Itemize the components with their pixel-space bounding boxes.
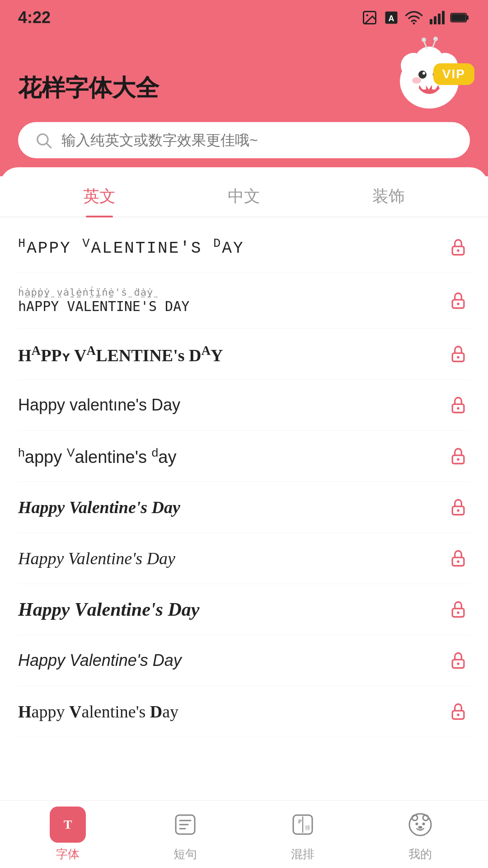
font-text: Happy valentıne's Day bbox=[18, 396, 446, 415]
nav-item-phrase[interactable]: 短句 bbox=[127, 807, 244, 862]
lock-icon[interactable] bbox=[446, 342, 470, 366]
svg-point-41 bbox=[457, 509, 460, 512]
svg-rect-6 bbox=[434, 16, 436, 24]
font-nav-icon: T bbox=[50, 807, 86, 843]
svg-point-31 bbox=[457, 250, 460, 252]
wifi-icon bbox=[405, 10, 423, 25]
font-text: HAPPY VALENTINE'S DAY bbox=[18, 237, 446, 258]
nav-label-mine: 我的 bbox=[408, 846, 432, 862]
svg-point-20 bbox=[418, 71, 427, 79]
list-item[interactable]: Happy Valentine's Day bbox=[18, 482, 470, 533]
bottom-nav: T 字体 短句 P 排 混排 bbox=[0, 800, 488, 868]
svg-rect-26 bbox=[422, 85, 426, 90]
svg-point-37 bbox=[457, 407, 460, 410]
vip-badge[interactable]: VIP bbox=[433, 63, 474, 85]
svg-rect-7 bbox=[438, 14, 441, 24]
phrase-nav-icon bbox=[167, 807, 203, 843]
nav-item-mine[interactable]: 我的 bbox=[361, 807, 479, 862]
font-icon: A bbox=[383, 9, 399, 26]
svg-point-49 bbox=[457, 714, 460, 717]
svg-point-22 bbox=[422, 72, 425, 75]
font-text: Happy Valentine's Day bbox=[18, 548, 446, 568]
svg-rect-8 bbox=[442, 11, 445, 24]
svg-point-45 bbox=[457, 612, 460, 614]
svg-line-29 bbox=[47, 144, 51, 148]
list-item[interactable]: Happy Valentine's Day bbox=[18, 533, 470, 584]
tabs: 英文 中文 装饰 bbox=[0, 167, 488, 217]
lock-icon[interactable] bbox=[446, 444, 470, 468]
svg-point-1 bbox=[366, 14, 369, 17]
search-icon bbox=[34, 131, 52, 149]
list-item[interactable]: HAPPY VALENTINE'S DAY bbox=[18, 222, 470, 273]
lock-icon[interactable] bbox=[446, 495, 470, 519]
svg-rect-27 bbox=[432, 85, 436, 90]
mixed-nav-icon: P 排 bbox=[285, 807, 321, 843]
search-bar[interactable] bbox=[18, 122, 470, 158]
lock-icon[interactable] bbox=[446, 393, 470, 417]
lock-icon[interactable] bbox=[446, 236, 470, 259]
battery-icon bbox=[450, 11, 470, 24]
nav-label-mixed: 混排 bbox=[291, 846, 314, 862]
nav-label-phrase: 短句 bbox=[174, 846, 197, 862]
svg-point-24 bbox=[412, 77, 421, 84]
font-text: Happy Valentine's Day bbox=[18, 497, 446, 517]
svg-point-33 bbox=[457, 303, 460, 306]
svg-rect-5 bbox=[430, 19, 432, 24]
font-text: ḣ̤ȧ̤ṗ̤ṗ̤ẏ̤ v̤ȧ̤ḷ̤ė̤ṅ̤ṫ̤ḯ̤ṅ̤ė̤'ṡ̤ ḋ̤ȧ̤ẏ̤ … bbox=[18, 287, 446, 315]
svg-point-64 bbox=[422, 823, 425, 826]
lock-icon[interactable] bbox=[446, 649, 470, 672]
svg-point-65 bbox=[418, 826, 422, 829]
svg-point-63 bbox=[416, 823, 418, 826]
svg-point-17 bbox=[422, 38, 426, 42]
svg-rect-10 bbox=[466, 15, 469, 19]
list-item[interactable]: ḣ̤ȧ̤ṗ̤ṗ̤ẏ̤ v̤ȧ̤ḷ̤ė̤ṅ̤ṫ̤ḯ̤ṅ̤ė̤'ṡ̤ ḋ̤ȧ̤ẏ̤ … bbox=[18, 273, 470, 329]
search-container bbox=[0, 113, 488, 176]
list-item[interactable]: Happy valentıne's Day bbox=[18, 380, 470, 431]
font-text: HAPPʏ VALENTINE's DAY bbox=[18, 344, 446, 365]
list-item[interactable]: Happy Valentine's Day bbox=[18, 635, 470, 686]
svg-rect-11 bbox=[451, 14, 465, 21]
tab-english[interactable]: 英文 bbox=[83, 185, 116, 217]
lock-icon[interactable] bbox=[446, 547, 470, 570]
search-input[interactable] bbox=[61, 132, 454, 149]
font-text: Happy Valentine's Day bbox=[18, 599, 446, 620]
nav-item-mixed[interactable]: P 排 混排 bbox=[244, 807, 361, 862]
nav-item-font[interactable]: T 字体 bbox=[9, 807, 127, 862]
font-text: Happy Valentine's Day bbox=[18, 651, 446, 670]
header: 花样字体大全 VIP bbox=[0, 32, 488, 113]
font-text: Happy Valentine's Day bbox=[18, 702, 446, 722]
svg-text:P: P bbox=[298, 818, 302, 825]
mine-nav-icon bbox=[402, 807, 438, 843]
header-right: VIP bbox=[389, 36, 470, 113]
svg-point-47 bbox=[457, 663, 460, 665]
svg-point-35 bbox=[457, 356, 460, 359]
list-item[interactable]: Happy Valentine's Day bbox=[18, 686, 470, 737]
list-item[interactable]: Happy Valentine's Day bbox=[18, 584, 470, 635]
list-item[interactable]: HAPPʏ VALENTINE's DAY bbox=[18, 329, 470, 380]
lock-icon[interactable] bbox=[446, 289, 470, 312]
lock-icon[interactable] bbox=[446, 598, 470, 621]
svg-point-39 bbox=[457, 458, 460, 461]
svg-point-4 bbox=[413, 22, 415, 24]
list-item[interactable]: happy Valentine's day bbox=[18, 431, 470, 482]
image-icon bbox=[361, 9, 378, 26]
svg-point-43 bbox=[457, 561, 460, 563]
font-text: happy Valentine's day bbox=[18, 446, 446, 467]
tab-chinese[interactable]: 中文 bbox=[228, 185, 260, 217]
svg-point-19 bbox=[433, 37, 438, 41]
font-list: HAPPY VALENTINE'S DAY ḣ̤ȧ̤ṗ̤ṗ̤ẏ̤ v̤ȧ̤ḷ̤ė… bbox=[0, 222, 488, 737]
status-bar: 4:22 A bbox=[0, 0, 488, 32]
lock-icon[interactable] bbox=[446, 700, 470, 723]
nav-label-font: 字体 bbox=[56, 846, 80, 862]
tab-decoration[interactable]: 装饰 bbox=[372, 185, 405, 217]
svg-text:A: A bbox=[389, 14, 394, 23]
status-icons: A bbox=[361, 9, 470, 26]
app-title: 花样字体大全 bbox=[18, 72, 159, 113]
main-content: 英文 中文 装饰 HAPPY VALENTINE'S DAY ḣ̤ȧ̤ bbox=[0, 167, 488, 810]
svg-text:T: T bbox=[64, 817, 72, 831]
svg-text:排: 排 bbox=[305, 825, 310, 831]
status-time: 4:22 bbox=[18, 8, 51, 27]
signal-icon bbox=[428, 9, 445, 26]
